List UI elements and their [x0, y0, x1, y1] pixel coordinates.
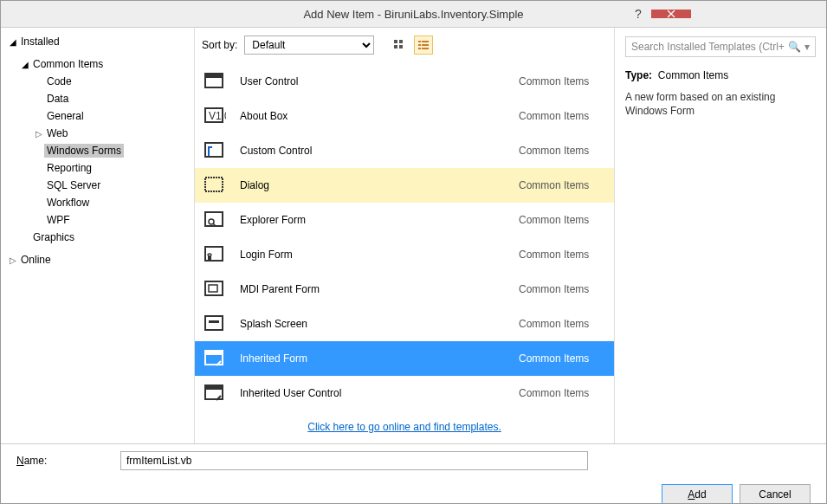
tree-reporting[interactable]: Reporting [4, 159, 191, 177]
template-name: Dialog [236, 179, 508, 191]
list-item[interactable]: DialogCommon Items [195, 168, 614, 203]
template-icon: V1.0 [204, 106, 226, 126]
template-icon [204, 175, 226, 196]
svg-rect-20 [205, 281, 223, 295]
search-input[interactable] [631, 41, 785, 53]
tree-common-items[interactable]: ◢ Common Items [4, 55, 191, 73]
template-pane: Sort by: Default User ControlCommon Item… [195, 28, 615, 443]
template-icon [204, 313, 226, 334]
tree-windows-forms[interactable]: Windows Forms [4, 142, 191, 159]
template-icon [204, 140, 226, 161]
chevron-right-icon: ▷ [34, 129, 44, 139]
footer: Name: Add Cancel [1, 444, 826, 503]
template-name: About Box [236, 110, 508, 122]
view-list-button[interactable] [414, 36, 433, 55]
svg-rect-1 [399, 40, 403, 43]
svg-rect-5 [422, 41, 429, 42]
help-icon[interactable]: ? [625, 10, 651, 18]
titlebar: Add New Item - BiruniLabs.Inventory.Simp… [1, 1, 826, 27]
template-icon [204, 279, 226, 300]
window-title: Add New Item - BiruniLabs.Inventory.Simp… [303, 8, 523, 21]
template-name: Login Form [236, 249, 508, 261]
template-icon [204, 383, 226, 404]
svg-rect-21 [209, 285, 217, 292]
svg-rect-27 [205, 385, 223, 390]
svg-text:V1.0: V1.0 [209, 110, 226, 122]
chevron-down-icon: ◢ [8, 37, 18, 47]
template-category: Common Items [519, 249, 605, 261]
list-item[interactable]: Inherited FormCommon Items [195, 341, 614, 376]
template-category: Common Items [519, 352, 605, 365]
name-input[interactable] [120, 451, 588, 470]
svg-rect-9 [422, 48, 429, 49]
list-item[interactable]: User ControlCommon Items [195, 64, 614, 99]
toolbar: Sort by: Default [195, 28, 614, 62]
search-box[interactable]: 🔍 ▾ [625, 36, 816, 57]
template-name: Custom Control [236, 145, 508, 157]
svg-rect-7 [422, 44, 429, 46]
svg-rect-2 [394, 45, 397, 48]
view-small-icons-button[interactable] [390, 36, 409, 55]
svg-rect-8 [418, 48, 421, 49]
search-icon: 🔍 [788, 41, 801, 53]
tree-sql-server[interactable]: SQL Server [4, 177, 191, 194]
template-icon [204, 348, 226, 369]
list-item[interactable]: Login FormCommon Items [195, 237, 614, 272]
svg-rect-3 [399, 45, 403, 48]
template-icon [204, 244, 226, 265]
list-item[interactable]: Inherited User ControlCommon Items [195, 376, 614, 407]
list-item[interactable]: Splash ScreenCommon Items [195, 307, 614, 341]
tree-installed[interactable]: ◢ Installed [4, 33, 191, 50]
list-item[interactable]: V1.0About BoxCommon Items [195, 99, 614, 133]
tree-web[interactable]: ▷Web [4, 125, 191, 142]
svg-rect-25 [205, 351, 223, 355]
chevron-down-icon: ◢ [20, 60, 30, 69]
tree-workflow[interactable]: Workflow [4, 194, 191, 211]
template-category: Common Items [519, 179, 605, 191]
chevron-right-icon: ▷ [8, 255, 18, 265]
template-category: Common Items [519, 145, 605, 157]
svg-rect-19 [208, 255, 211, 260]
list-item[interactable]: Explorer FormCommon Items [195, 203, 614, 237]
info-panel: 🔍 ▾ Type: Common Items A new form based … [615, 28, 826, 443]
template-category: Common Items [519, 283, 605, 295]
svg-rect-11 [205, 74, 223, 78]
category-tree: ◢ Installed ◢ Common Items Code Data Gen… [1, 28, 195, 443]
template-category: Common Items [519, 214, 605, 226]
svg-rect-4 [418, 41, 421, 42]
cancel-button[interactable]: Cancel [740, 484, 811, 504]
template-description: A new form based on an existing Windows … [625, 90, 816, 118]
sort-by-label: Sort by: [202, 39, 237, 51]
list-item[interactable]: MDI Parent FormCommon Items [195, 272, 614, 307]
tree-wpf[interactable]: WPF [4, 211, 191, 229]
type-line: Type: Common Items [625, 69, 816, 81]
sort-by-select[interactable]: Default [244, 36, 374, 55]
template-name: User Control [236, 75, 508, 87]
svg-rect-6 [418, 44, 421, 46]
template-icon [204, 71, 226, 92]
tree-general[interactable]: General [4, 107, 191, 125]
online-link-row: Click here to go online and find templat… [195, 407, 614, 443]
template-list[interactable]: User ControlCommon ItemsV1.0About BoxCom… [195, 62, 614, 407]
template-name: Explorer Form [236, 214, 508, 226]
list-item[interactable]: Custom ControlCommon Items [195, 133, 614, 168]
template-name: Splash Screen [236, 318, 508, 330]
template-category: Common Items [519, 110, 605, 122]
svg-rect-0 [394, 40, 397, 43]
tree-online[interactable]: ▷ Online [4, 251, 191, 268]
template-icon [204, 210, 226, 230]
tree-graphics[interactable]: Graphics [4, 229, 191, 246]
template-category: Common Items [519, 318, 605, 330]
find-templates-link[interactable]: Click here to go online and find templat… [307, 421, 501, 433]
close-icon[interactable] [651, 10, 691, 18]
template-category: Common Items [519, 387, 605, 399]
add-button[interactable]: Add [662, 484, 733, 504]
svg-rect-23 [209, 320, 219, 323]
template-name: Inherited User Control [236, 387, 508, 399]
template-category: Common Items [519, 75, 605, 87]
tree-data[interactable]: Data [4, 90, 191, 107]
template-name: Inherited Form [236, 352, 508, 365]
template-name: MDI Parent Form [236, 283, 508, 295]
tree-code[interactable]: Code [4, 73, 191, 90]
svg-rect-15 [205, 178, 223, 191]
